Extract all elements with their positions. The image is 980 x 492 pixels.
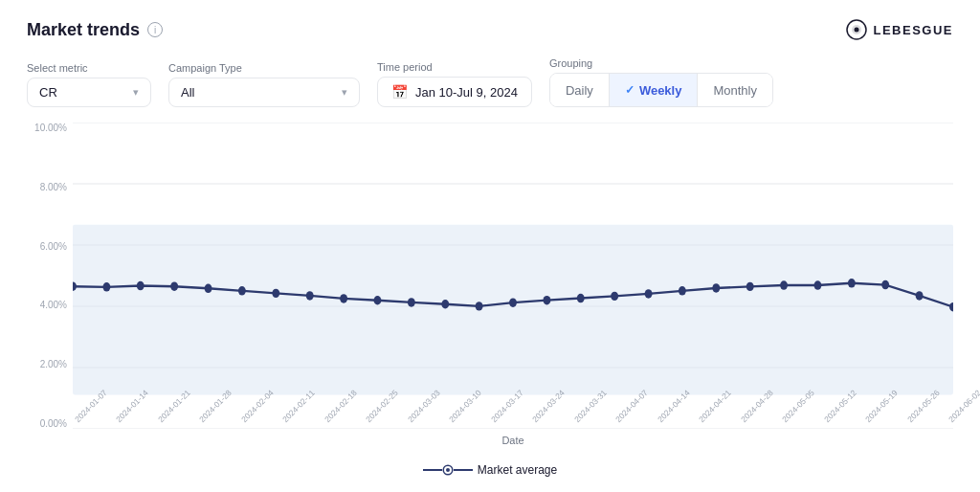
calendar-icon: 📅 [391,84,408,100]
campaign-type-select[interactable]: All ▾ [168,78,360,107]
grouping-selector: Daily ✓ Weekly Monthly [549,73,773,107]
data-dot [441,300,449,308]
data-dot [408,298,415,306]
y-label-0: 0.00% [27,418,73,429]
data-dot [813,280,821,289]
data-dot [509,298,517,306]
grouping-weekly[interactable]: ✓ Weekly [610,74,699,106]
legend-line-segment [423,469,442,471]
y-label-4: 4.00% [27,300,73,310]
data-dot [881,280,889,289]
y-axis: 0.00% 2.00% 4.00% 6.00% 8.00% 10.00% [27,123,73,429]
data-dot [170,281,178,290]
chart-area: 0.00% 2.00% 4.00% 6.00% 8.00% 10.00% [27,123,953,458]
grouping-control: Grouping Daily ✓ Weekly Monthly [549,57,773,107]
data-dot [373,296,381,304]
data-dot [712,283,720,292]
info-icon[interactable]: i [147,22,163,37]
data-dot [746,282,754,291]
data-dot [340,294,347,302]
logo-text: LEBESGUE [873,23,953,37]
chart-svg-container [73,123,953,429]
legend-label: Market average [478,463,557,477]
time-period-value: Jan 10-Jul 9, 2024 [415,85,518,100]
lebesgue-logo-icon [846,19,867,40]
campaign-type-value: All [181,85,334,100]
data-dot [205,284,212,293]
svg-rect-9 [73,225,953,395]
svg-point-2 [855,28,859,33]
x-axis-title: Date [73,431,953,448]
campaign-type-control: Campaign Type All ▾ [168,62,360,107]
data-dot [272,289,279,298]
chevron-down-icon: ▾ [133,86,139,99]
data-dot [306,291,314,300]
chevron-down-icon: ▾ [342,86,347,99]
data-dot [780,280,788,289]
y-label-2: 2.00% [27,359,73,369]
data-dot [645,289,653,298]
chart-legend: Market average [27,461,953,477]
grouping-monthly[interactable]: Monthly [698,74,772,106]
logo: LEBESGUE [846,19,953,40]
time-period-control: Time period 📅 Jan 10-Jul 9, 2024 [377,61,532,107]
metric-value: CR [39,85,125,100]
data-dot [543,296,550,304]
legend-dot [444,466,452,474]
legend-market-average: Market average [423,463,557,477]
data-dot [577,294,585,302]
time-period-picker[interactable]: 📅 Jan 10-Jul 9, 2024 [377,77,532,107]
grouping-daily[interactable]: Daily [550,74,610,106]
metric-control: Select metric CR ▾ [27,62,151,107]
data-dot [611,292,618,301]
data-dot [916,291,924,300]
data-dot [476,302,483,310]
y-label-10: 10.00% [27,123,73,133]
check-icon: ✓ [625,83,635,97]
campaign-type-label: Campaign Type [168,62,360,74]
data-dot [137,281,145,290]
data-dot [102,282,110,291]
grouping-label: Grouping [549,57,773,69]
legend-line-segment [454,469,473,471]
data-dot [238,286,246,295]
data-dot [848,279,856,287]
metric-label: Select metric [27,62,151,74]
page-title: Market trends [27,20,140,40]
metric-select[interactable]: CR ▾ [27,78,151,107]
y-label-8: 8.00% [27,182,73,192]
x-axis: 2024-01-07 2024-01-14 2024-01-21 2024-01… [73,414,953,427]
time-period-label: Time period [377,61,532,73]
data-dot [679,286,686,295]
chart-svg [73,123,953,429]
y-label-6: 6.00% [27,241,73,252]
